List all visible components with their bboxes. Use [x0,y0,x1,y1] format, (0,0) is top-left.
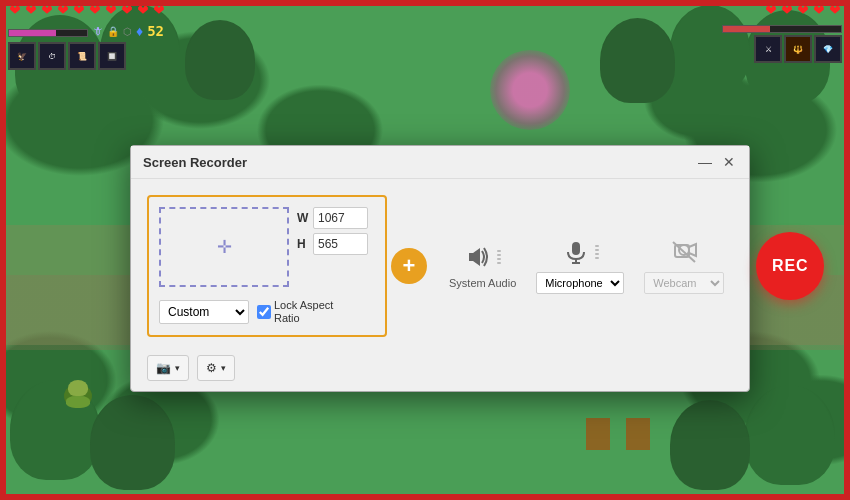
tree-3 [185,20,255,100]
system-audio-level [497,250,501,264]
settings-icon: ⚙ [206,361,217,375]
tree-1 [15,15,105,115]
width-label: W [297,211,309,225]
webcam-icon [669,238,699,266]
preset-row: Custom Full Screen Window 1920x1080 1280… [159,299,375,325]
tree-7 [10,380,100,480]
audio-sections: System Audio [439,238,734,294]
lock-aspect-checkbox[interactable] [257,305,271,319]
minimize-button[interactable]: — [697,154,713,170]
mic-level [595,245,599,259]
settings-chevron: ▾ [221,363,226,373]
tree-9 [745,385,835,485]
tree-8 [90,395,175,490]
height-input[interactable] [313,233,368,255]
rec-button[interactable]: REC [756,232,824,300]
stump-1 [626,418,650,450]
dimension-controls: W H [297,207,368,255]
system-audio-icon-row [464,243,501,271]
width-input[interactable] [313,207,368,229]
screenshot-button[interactable]: 📷 ▾ [147,355,189,381]
add-source-button[interactable]: + [391,248,427,284]
boss-effect [490,50,570,130]
screen-selector-panel: ✛ W H Custom Full Sc [147,195,387,337]
crosshair-icon: ✛ [217,236,232,258]
tree-4 [745,10,830,105]
close-button[interactable]: ✕ [721,154,737,170]
selector-inner: ✛ W H [159,207,375,287]
enemy-turtle [60,380,96,412]
width-row: W [297,207,368,229]
screenshot-chevron: ▾ [175,363,180,373]
svg-rect-0 [572,242,580,255]
preset-dropdown[interactable]: Custom Full Screen Window 1920x1080 1280… [159,300,249,324]
dialog-window-controls: — ✕ [697,154,737,170]
height-row: H [297,233,368,255]
dialog-titlebar: Screen Recorder — ✕ [131,146,749,179]
height-label: H [297,237,309,251]
screen-preview-area[interactable]: ✛ [159,207,289,287]
dialog-body: ✛ W H Custom Full Sc [131,179,749,349]
screenshot-icon: 📷 [156,361,171,375]
webcam-dropdown[interactable]: Webcam Default None [644,272,724,294]
system-audio-section: System Audio [439,243,526,289]
microphone-icon-row [562,238,599,266]
tree-10 [670,400,750,490]
webcam-section: Webcam Default None [634,238,734,294]
dialog-footer: 📷 ▾ ⚙ ▾ [131,349,749,391]
lock-aspect-label: Lock AspectRatio [274,299,333,325]
tree-2 [100,5,180,95]
webcam-icon-row [669,238,699,266]
dialog-title: Screen Recorder [143,155,247,170]
stump-2 [586,418,610,450]
screen-recorder-dialog: Screen Recorder — ✕ ✛ W H [130,145,750,392]
lock-aspect-wrap: Lock AspectRatio [257,299,333,325]
tree-6 [600,18,675,103]
microphone-icon [562,238,590,266]
tree-5 [670,5,750,93]
settings-button[interactable]: ⚙ ▾ [197,355,235,381]
microphone-section: Microphone Default None [526,238,634,294]
speaker-icon [464,243,492,271]
system-audio-label: System Audio [449,277,516,289]
microphone-dropdown[interactable]: Microphone Default None [536,272,624,294]
